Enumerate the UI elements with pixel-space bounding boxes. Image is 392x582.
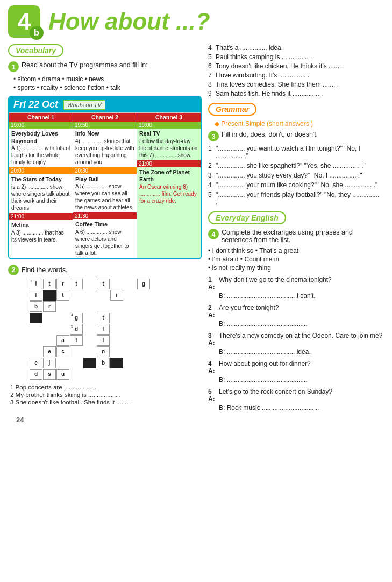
cw-r8c9 xyxy=(137,358,150,368)
cw-r8c8 xyxy=(124,358,137,368)
cw-r5c4: 5d xyxy=(70,324,83,335)
ch2-program2: Play Ball A 5) .............. show where… xyxy=(73,174,137,213)
cw-r6c5 xyxy=(83,335,96,346)
ch3-time2: 21:00 xyxy=(137,160,201,167)
grammar-item2: 2 "............... she like spaghetti?" … xyxy=(208,162,384,169)
exercise1-instruction: Read about the TV programmes and fill in… xyxy=(22,61,148,69)
tv-whats-on: Whats on TV xyxy=(63,100,105,110)
vocabulary-section-title: Vocabulary xyxy=(8,44,63,57)
channel1-header: Channel 1 xyxy=(9,113,73,122)
cw-r2c3: t xyxy=(56,290,69,301)
ch3-program1: Real TV Follow the day-to-day life of da… xyxy=(137,129,201,160)
ch2-time1: 19:50 xyxy=(73,122,137,129)
cw-r8c1: e xyxy=(30,358,42,368)
cw-r7c4 xyxy=(70,346,83,357)
exercise4-instruction: Complete the exchanges using phrases and… xyxy=(222,229,384,244)
cw-r1c7 xyxy=(110,279,123,289)
cw-r2c4 xyxy=(70,290,83,301)
tv-schedule-box: Fri 22 Oct Whats on TV Channel 1 19:00 E… xyxy=(8,96,202,259)
page-title: How about ...? xyxy=(48,8,210,35)
cw-r4c9 xyxy=(137,313,150,323)
grammar-item4: 4 "............... your mum like cooking… xyxy=(208,181,384,189)
cw-r7c9 xyxy=(137,346,150,357)
cw-r8c7 xyxy=(110,358,123,368)
cw-r9c4 xyxy=(70,369,83,380)
vf-item8: 8 Tina loves comedies. She finds them ..… xyxy=(208,81,384,88)
cw-r1c5 xyxy=(83,279,96,289)
cw-r9c9 xyxy=(137,369,150,380)
left-column: Vocabulary 1 Read about the TV programme… xyxy=(8,44,202,416)
ch3-program2: The Zone of Planet Earth An Oscar winnin… xyxy=(137,167,201,206)
grammar-section-title: Grammar xyxy=(208,103,256,116)
cw-r7c3: c xyxy=(56,346,69,357)
cw-grid: 1i t r t t g f t i b xyxy=(30,279,180,380)
phrase1: • I don't think so • That's a great xyxy=(208,247,384,254)
find-words-item1: 1 Pop concerts are ................. . xyxy=(10,384,202,391)
cw-r3c6 xyxy=(97,301,110,312)
cw-r1c4: t xyxy=(70,279,83,289)
cw-r9c1: d xyxy=(30,369,42,380)
cw-r6c8 xyxy=(124,335,137,346)
ch2-time3: 21:30 xyxy=(73,212,137,219)
exchange1-b: B: .....................................… xyxy=(208,292,384,300)
ch2-program3: Coffee Time A 6) .............. show whe… xyxy=(73,219,137,258)
cw-r3c2: r xyxy=(43,301,56,312)
cw-r5c5 xyxy=(83,324,96,335)
cw-r5c8 xyxy=(124,324,137,335)
tv-channels: Channel 1 19:00 Everybody Loves Raymond … xyxy=(9,112,201,258)
cw-r1c2: t xyxy=(43,279,56,289)
cw-r5c1 xyxy=(30,324,42,335)
cw-r8c2: j xyxy=(43,358,56,368)
right-column: 4 That's a ............... idea. 5 Paul … xyxy=(208,44,384,416)
find-words-item2: 2 My brother thinks skiing is ..........… xyxy=(10,392,202,398)
exchange1-a: 1 A: Why don't we go to the cinema tonig… xyxy=(208,276,384,291)
cw-r7c5 xyxy=(83,346,96,357)
exercise3-header: 3 Fill in do, does, don't, or doesn't. xyxy=(208,131,384,141)
exchanges: 1 A: Why don't we go to the cinema tonig… xyxy=(208,276,384,411)
cw-r2c1: f xyxy=(30,290,42,301)
cw-r4c3 xyxy=(56,313,69,323)
exchange1: 1 A: Why don't we go to the cinema tonig… xyxy=(208,276,384,300)
cw-r7c7 xyxy=(110,346,123,357)
channel1: Channel 1 19:00 Everybody Loves Raymond … xyxy=(9,113,73,258)
cw-r8c5 xyxy=(83,358,96,368)
phrase2: • I'm afraid • Count me in xyxy=(208,255,384,263)
phrase3: • is not really my thing xyxy=(208,264,384,272)
exercise2-instruction: Find the words. xyxy=(22,266,67,274)
cw-r3c5 xyxy=(83,301,96,312)
cw-r2c6 xyxy=(97,290,110,301)
page-header: 4 b How about ...? xyxy=(8,5,384,38)
ch1-time3: 21:00 xyxy=(9,213,73,220)
cw-r5c9 xyxy=(137,324,150,335)
cw-r3c4 xyxy=(70,301,83,312)
grammar-item1: 1 "............... you want to watch a f… xyxy=(208,145,384,160)
cw-r4c2 xyxy=(43,313,56,323)
cw-r3c8 xyxy=(124,301,137,312)
channel2: Channel 2 19:50 Info Now 4) ............… xyxy=(73,113,137,258)
cw-r4c1 xyxy=(30,313,42,323)
find-words-item3: 3 She doesn't like football. She finds i… xyxy=(10,399,202,406)
cw-r6c6: l xyxy=(97,335,110,346)
exchange3-b: B: .....................................… xyxy=(208,348,384,356)
cw-r2c2 xyxy=(43,290,56,301)
tv-date: Fri 22 Oct xyxy=(13,99,58,110)
exercise4-number: 4 xyxy=(208,229,219,239)
exchange4-a: 4 A: How about going out for dinner? xyxy=(208,360,384,375)
exercise2-header: 2 Find the words. xyxy=(8,265,202,275)
cw-r8c4 xyxy=(70,358,83,368)
vf-item7: 7 I love windsurfing. It's .............… xyxy=(208,72,384,79)
grammar-items: 1 "............... you want to watch a f… xyxy=(208,145,384,206)
cw-r7c6: n xyxy=(97,346,110,357)
vocab-fill-section: 4 That's a ............... idea. 5 Paul … xyxy=(208,44,384,97)
cw-r9c3: u xyxy=(56,369,69,380)
vf-item5: 5 Paul thinks camping is ...............… xyxy=(208,53,384,61)
exchange2-a: 2 A: Are you free tonight? xyxy=(208,304,384,319)
cw-r1c8 xyxy=(124,279,137,289)
cw-r5c7 xyxy=(110,324,123,335)
grammar-subtitle: ◆ Present Simple (short answers ) xyxy=(208,120,384,127)
exercise3-instruction: Fill in do, does, don't, or doesn't. xyxy=(222,131,318,138)
cw-r8c3 xyxy=(56,358,69,368)
cw-r6c4: f xyxy=(70,335,83,346)
channel3-header: Channel 3 xyxy=(137,113,201,122)
cw-r9c2: s xyxy=(43,369,56,380)
